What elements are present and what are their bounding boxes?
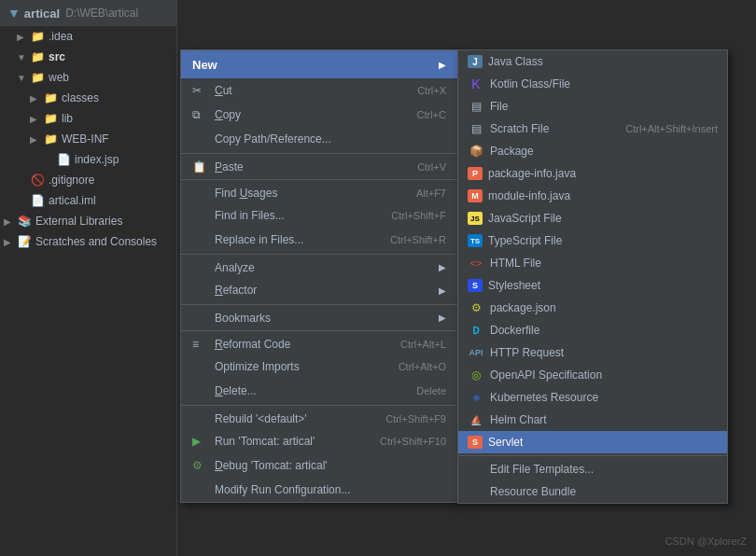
folder-icon: 📁 (30, 29, 45, 44)
submenu-item-openapi[interactable]: ◎ OpenAPI Specification (458, 364, 727, 386)
menu-item-delete[interactable]: Delete... Delete (181, 379, 457, 403)
sub-label: Edit File Templates... (490, 463, 718, 476)
sub-label: module-info.java (488, 189, 718, 202)
submenu-item-kotlin[interactable]: K Kotlin Class/File (458, 73, 727, 95)
project-header: ▼ artical D:\WEB\artical (0, 0, 176, 26)
tree-item-lib[interactable]: ▶ 📁 lib (0, 108, 176, 129)
helm-icon: ⛵ (468, 412, 484, 427)
menu-label: Find in Files... (215, 209, 384, 222)
menu-item-analyze[interactable]: Analyze ▶ (181, 254, 457, 278)
typescript-icon: TS (468, 234, 483, 247)
menu-item-copy-path[interactable]: Copy Path/Reference... (181, 127, 457, 151)
submenu-item-module-info[interactable]: M module-info.java (458, 185, 727, 207)
tree-item-classes[interactable]: ▶ 📁 classes (0, 88, 176, 108)
shortcut-text: Delete (416, 385, 446, 396)
menu-item-debug[interactable]: ⚙ Debug 'Tomcat: artical' (181, 453, 457, 478)
submenu-item-html[interactable]: <> HTML File (458, 252, 727, 274)
servlet-icon: S (468, 436, 483, 449)
menu-item-bookmarks[interactable]: Bookmarks ▶ (181, 304, 457, 328)
shortcut-text: Ctrl+Shift+R (390, 234, 446, 245)
submenu-item-typescript[interactable]: TS TypeScript File (458, 229, 727, 252)
menu-item-optimize[interactable]: Optimize Imports Ctrl+Alt+O (181, 354, 457, 379)
menu-item-find-usages[interactable]: Find Usages Alt+F7 (181, 179, 457, 203)
tree-label: src (49, 50, 65, 63)
kotlin-icon: K (468, 76, 484, 91)
submenu-item-file[interactable]: ▤ File (458, 95, 727, 118)
menu-item-replace-in-files[interactable]: Replace in Files... Ctrl+Shift+R (181, 228, 457, 252)
tree-item-webinf[interactable]: ▶ 📁 WEB-INF (0, 129, 176, 149)
debug-icon: ⚙ (192, 459, 209, 472)
submenu-item-scratch-file[interactable]: ▤ Scratch File Ctrl+Alt+Shift+Insert (458, 118, 727, 140)
sub-label: Java Class (488, 55, 718, 68)
folder-icon: 📁 (43, 132, 58, 146)
menu-label: Replace in Files... (215, 233, 383, 246)
package-info-icon: P (468, 167, 483, 180)
submenu-item-stylesheet[interactable]: S Stylesheet (458, 274, 727, 297)
tree-item-web[interactable]: ▼ 📁 web (0, 67, 176, 88)
collapse-arrow: ▼ (17, 52, 30, 63)
submenu-item-package[interactable]: 📦 Package (458, 140, 727, 162)
sub-label: HTTP Request (490, 346, 718, 359)
menu-item-find-in-files[interactable]: Find in Files... Ctrl+Shift+F (181, 203, 457, 228)
submenu-item-http-request[interactable]: API HTTP Request (458, 341, 727, 364)
submenu-item-resource-bundle[interactable]: Resource Bundle (458, 480, 727, 503)
menu-item-rebuild[interactable]: Rebuild '<default>' Ctrl+Shift+F9 (181, 405, 457, 429)
submenu-item-javascript[interactable]: JS JavaScript File (458, 207, 727, 229)
sub-label: Package (490, 145, 718, 158)
submenu-item-package-json[interactable]: ⚙ package.json (458, 297, 727, 319)
sub-label: Stylesheet (488, 279, 718, 292)
sub-label: TypeScript File (488, 234, 718, 247)
submenu-item-servlet[interactable]: S Servlet (458, 431, 727, 453)
scratches-icon: 📝 (17, 234, 32, 249)
submenu-item-edit-templates[interactable]: Edit File Templates... (458, 458, 727, 480)
tree-item-external[interactable]: ▶ 📚 External Libraries (0, 211, 176, 231)
collapse-arrow: ▼ (17, 73, 30, 83)
submenu-item-dockerfile[interactable]: D Dockerfile (458, 319, 727, 341)
shortcut-text: Ctrl+X (417, 85, 446, 96)
sub-label: Servlet (488, 436, 718, 449)
submenu-item-helm[interactable]: ⛵ Helm Chart (458, 409, 727, 431)
shortcut-text: Alt+F7 (416, 188, 446, 199)
menu-item-run[interactable]: ▶ Run 'Tomcat: artical' Ctrl+Shift+F10 (181, 429, 457, 453)
submenu-item-separator (458, 455, 727, 456)
tree-item-idea[interactable]: ▶ 📁 .idea (0, 26, 176, 47)
reformat-icon: ≡ (192, 338, 209, 351)
tree-item-iml[interactable]: ▶ 📄 artical.iml (0, 190, 176, 211)
menu-item-reformat[interactable]: ≡ Reformat Code Ctrl+Alt+L (181, 330, 457, 354)
file-icon: 🚫 (30, 173, 45, 188)
tree-item-gitignore[interactable]: ▶ 🚫 .gitignore (0, 170, 176, 190)
tree-item-src[interactable]: ▼ 📁 src (0, 47, 176, 67)
tree-label: classes (62, 91, 99, 104)
menu-label: Rebuild '<default>' (215, 412, 378, 425)
menu-item-paste[interactable]: 📋 Paste Ctrl+V (181, 153, 457, 177)
shortcut-text: Ctrl+C (417, 109, 446, 120)
run-icon: ▶ (192, 435, 209, 448)
tree-item-indexjsp[interactable]: ▶ 📄 index.jsp (0, 149, 176, 170)
menu-item-refactor[interactable]: Refactor ▶ (181, 278, 457, 302)
collapse-arrow: ▶ (17, 32, 30, 42)
menu-item-new[interactable]: New ▶ (181, 50, 457, 78)
submenu-item-java-class[interactable]: J Java Class (458, 50, 727, 73)
watermark: CSDN @XplorerZ (665, 535, 747, 547)
project-title: artical (24, 7, 60, 21)
context-menu: New ▶ ✂ Cut Ctrl+X ⧉ Copy Ctrl+C Copy Pa… (180, 49, 458, 503)
menu-label: Reformat Code (215, 338, 393, 351)
tree-label: Scratches and Consoles (35, 235, 157, 248)
submenu-item-kubernetes[interactable]: ⎈ Kubernetes Resource (458, 386, 727, 409)
menu-label: Debug 'Tomcat: artical' (215, 459, 446, 472)
file-icon: 📄 (56, 152, 71, 167)
menu-label: Cut (215, 84, 410, 97)
html-icon: <> (468, 256, 484, 271)
shortcut-text: Ctrl+V (417, 161, 446, 173)
menu-label: Delete... (215, 384, 409, 397)
folder-icon: 📁 (30, 70, 45, 85)
menu-item-cut[interactable]: ✂ Cut Ctrl+X (181, 78, 457, 103)
menu-item-modify-run[interactable]: Modify Run Configuration... (181, 478, 457, 502)
folder-icon: 📁 (43, 90, 58, 105)
tree-item-scratches[interactable]: ▶ 📝 Scratches and Consoles (0, 231, 176, 252)
folder-icon: 📁 (30, 49, 45, 64)
sub-label: OpenAPI Specification (490, 368, 718, 382)
menu-item-copy[interactable]: ⧉ Copy Ctrl+C (181, 103, 457, 127)
menu-label: Find Usages (215, 187, 409, 200)
submenu-item-package-info[interactable]: P package-info.java (458, 162, 727, 185)
